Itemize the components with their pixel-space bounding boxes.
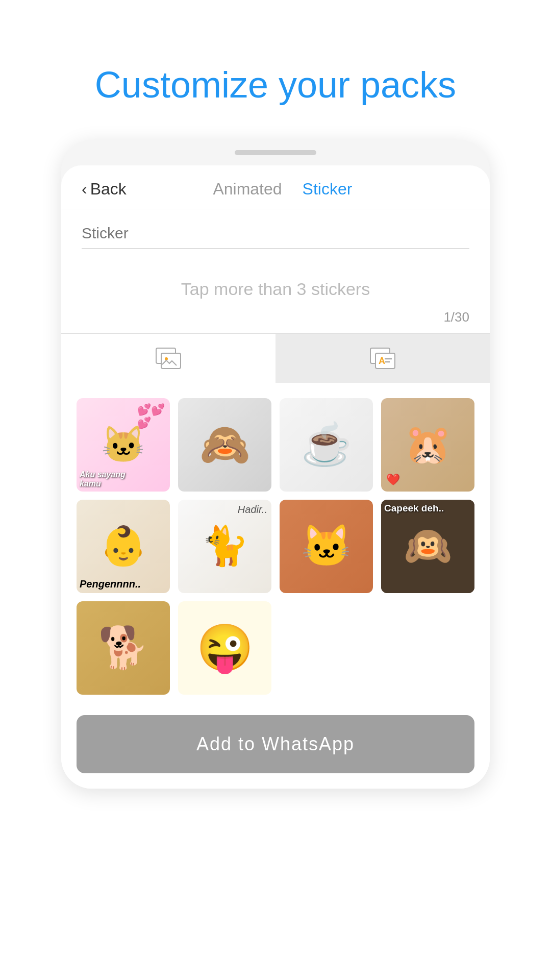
text-tab-button[interactable]: A [276, 334, 490, 383]
page-title: Customize your packs [44, 0, 507, 140]
app-screen: ‹ Back Animated Sticker Tap more than 3 … [61, 165, 490, 789]
tab-icons-row: A [61, 333, 490, 383]
sticker-cell[interactable]: 😜 [178, 601, 271, 695]
sticker-cell[interactable]: 🐹 ❤️ [381, 398, 474, 492]
pack-name-section [61, 209, 490, 259]
sticker-cell[interactable]: 🐱 [280, 500, 373, 593]
pack-name-input[interactable] [82, 225, 469, 249]
sticker-grid: 🐱 💕💕💕 Aku sayangkamu 🙈 ☕ [77, 398, 474, 695]
tab-animated[interactable]: Animated [213, 180, 282, 199]
sticker-cell[interactable]: 🐕 [77, 601, 170, 695]
sticker-counter: 1/30 [443, 309, 469, 325]
sticker-label: Pengennnn.. [80, 578, 141, 590]
phone-notch [235, 150, 316, 155]
add-button-container: Add to WhatsApp [61, 705, 490, 789]
counter-row: 1/30 [61, 309, 490, 333]
phone-mockup: ‹ Back Animated Sticker Tap more than 3 … [61, 140, 490, 789]
chevron-left-icon: ‹ [82, 180, 87, 199]
back-button[interactable]: ‹ Back [82, 180, 127, 199]
image-icon [155, 345, 182, 372]
sticker-cell[interactable]: 🙈 [178, 398, 271, 492]
sticker-cell[interactable]: 🐱 💕💕💕 Aku sayangkamu [77, 398, 170, 492]
nav-bar: ‹ Back Animated Sticker [61, 165, 490, 209]
sticker-cell[interactable]: 🐈 Hadir.. [178, 500, 271, 593]
text-icon: A [369, 345, 396, 372]
image-tab-button[interactable] [61, 334, 276, 383]
tab-sticker[interactable]: Sticker [303, 180, 353, 199]
svg-rect-1 [161, 353, 181, 369]
hearts-decoration: 💕💕💕 [137, 403, 165, 430]
back-label: Back [90, 180, 127, 199]
svg-text:A: A [379, 356, 385, 366]
sticker-grid-section: 🐱 💕💕💕 Aku sayangkamu 🙈 ☕ [61, 383, 490, 705]
sticker-label: Aku sayangkamu [80, 470, 126, 488]
sticker-cell[interactable]: 👶 Pengennnn.. [77, 500, 170, 593]
sticker-cell[interactable]: ☕ [280, 398, 373, 492]
nav-tabs: Animated Sticker [213, 180, 352, 199]
sticker-cell[interactable]: 🙉 Capeek deh.. [381, 500, 474, 593]
add-to-whatsapp-button[interactable]: Add to WhatsApp [77, 715, 474, 773]
hint-text: Tap more than 3 stickers [61, 259, 490, 309]
